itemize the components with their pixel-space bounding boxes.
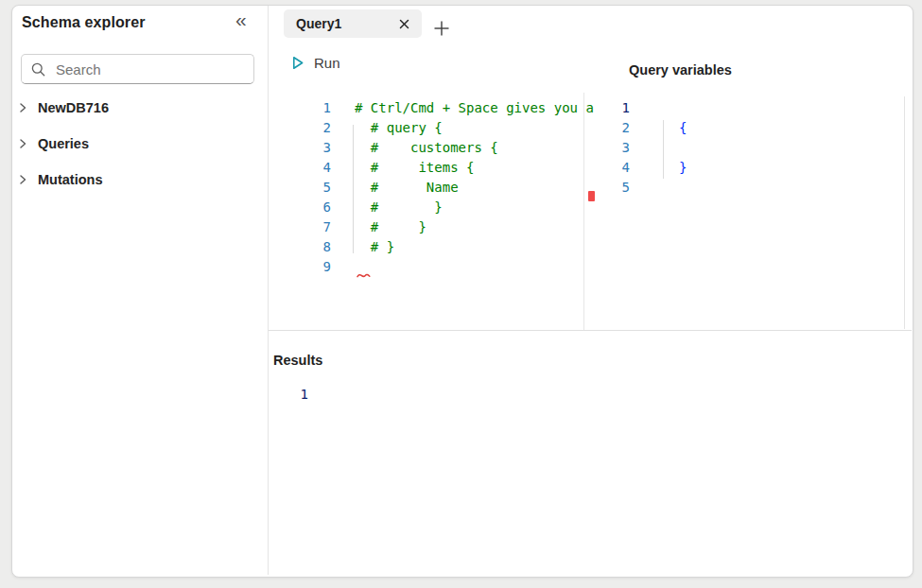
indent-guide (663, 120, 664, 179)
line-number: 3 (613, 138, 630, 158)
close-tab-icon[interactable] (399, 19, 409, 29)
line-number: 7 (310, 217, 331, 237)
play-icon (289, 55, 305, 71)
search-input[interactable] (54, 61, 244, 78)
overview-ruler-error-marker (588, 191, 595, 201)
code-line (355, 257, 598, 277)
run-button[interactable]: Run (289, 52, 340, 73)
main-panel (11, 5, 913, 578)
line-number: 8 (310, 237, 331, 257)
sidebar-item-mutations[interactable]: Mutations (17, 170, 102, 189)
line-number: 1 (295, 385, 308, 405)
code-line (679, 138, 687, 158)
code-line: } (679, 158, 687, 178)
collapse-sidebar-icon[interactable]: « (235, 9, 247, 31)
app-window: Schema explorer « NewDB716 Queries Mutat… (0, 0, 922, 588)
tree-item-label: Mutations (38, 172, 102, 187)
line-number: 2 (613, 118, 630, 138)
indent-guide (353, 125, 354, 253)
query-variables-title: Query variables (629, 62, 732, 78)
code-line: # } (355, 217, 598, 237)
add-tab-button[interactable] (431, 18, 452, 39)
query-editor-gutter: 1 2 3 4 5 6 7 8 9 (310, 98, 331, 277)
plus-icon (432, 19, 451, 38)
code-line: # } (355, 198, 598, 217)
results-splitter (269, 330, 912, 331)
sidebar-item-queries[interactable]: Queries (17, 134, 89, 153)
editor-splitter (583, 93, 584, 330)
query-editor-code-area[interactable]: # Ctrl/Cmd + Space gives you a # query {… (355, 98, 598, 277)
code-line: # customers { (355, 138, 598, 158)
line-number: 2 (310, 118, 331, 138)
code-line: { (679, 118, 687, 138)
error-squiggle-icon (357, 266, 371, 283)
variables-editor-border (904, 96, 905, 329)
line-number: 6 (310, 198, 331, 217)
search-icon (31, 62, 45, 77)
line-number: 3 (310, 138, 331, 158)
line-number: 1 (310, 98, 331, 118)
line-number: 5 (613, 178, 630, 198)
tree-item-label: Queries (38, 136, 89, 151)
results-title: Results (273, 353, 322, 368)
code-line (679, 98, 687, 118)
variables-editor-code-area[interactable]: { } (679, 98, 687, 198)
variables-editor-gutter: 1 2 3 4 5 (613, 98, 630, 198)
line-number: 1 (613, 98, 630, 118)
code-line: # } (355, 237, 598, 257)
search-box[interactable] (21, 54, 254, 84)
chevron-right-icon (17, 102, 28, 113)
code-line: # query { (355, 118, 598, 138)
schema-explorer-title: Schema explorer (22, 14, 145, 31)
line-number: 4 (310, 158, 331, 178)
code-line: # Name (355, 178, 598, 198)
tab-query1[interactable]: Query1 (284, 9, 422, 38)
chevron-right-icon (17, 174, 28, 185)
chevron-right-icon (17, 138, 28, 149)
code-line (679, 178, 687, 198)
line-number: 5 (310, 178, 331, 198)
code-line: # items { (355, 158, 598, 178)
line-number: 4 (613, 158, 630, 178)
tab-label: Query1 (296, 16, 341, 31)
results-editor-gutter: 1 (295, 385, 308, 405)
tree-item-label: NewDB716 (38, 100, 109, 115)
run-button-label: Run (314, 55, 340, 71)
line-number: 9 (310, 257, 331, 277)
sidebar-divider (268, 6, 269, 575)
sidebar-item-newdb716[interactable]: NewDB716 (17, 98, 109, 117)
code-line: # Ctrl/Cmd + Space gives you a (355, 98, 598, 118)
